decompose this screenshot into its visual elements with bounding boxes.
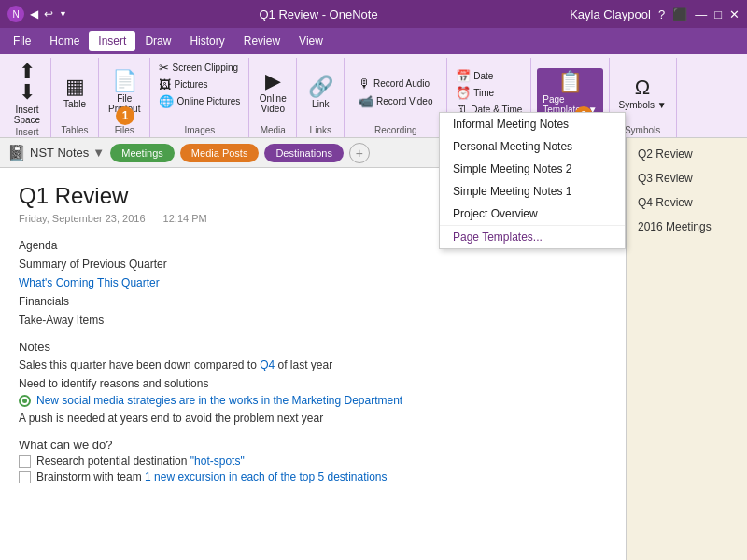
images-btn-area: ✂ Screen Clipping 🖼 Pictures 🌐 Online Pi… <box>156 60 243 125</box>
ribbon-group-recording: 🎙 Record Audio 📹 Record Video Recording <box>345 58 447 137</box>
time-label: Time <box>473 88 494 98</box>
menu-insert[interactable]: Insert <box>89 31 135 51</box>
menu-history[interactable]: History <box>180 31 233 51</box>
online-pictures-label: Online Pictures <box>176 96 240 106</box>
redo-btn[interactable]: ▼ <box>59 9 67 19</box>
symbols-icon: Ω <box>635 76 650 100</box>
screen-clipping-btn[interactable]: ✂ Screen Clipping <box>156 60 241 76</box>
notes-radio-item: New social media strategies are in the w… <box>19 394 607 407</box>
coming-quarter-link[interactable]: What's Coming This Quarter <box>19 276 160 289</box>
page-item-q2[interactable]: Q2 Review <box>627 142 747 166</box>
tab-destinations[interactable]: Destinations <box>264 144 344 162</box>
link-btn[interactable]: 🔗 Link <box>303 75 338 111</box>
page-item-2016[interactable]: 2016 Meetings <box>627 215 747 239</box>
title-bar-left: N ◀ ↩ ▼ <box>7 6 67 22</box>
maximize-btn[interactable]: □ <box>714 7 722 21</box>
symbols-label: Symbols ▼ <box>619 100 667 110</box>
date-text: Friday, September 23, 2016 <box>19 213 146 224</box>
notebook-chevron[interactable]: ▼ <box>92 146 105 160</box>
what-heading: What can we do? <box>19 438 607 452</box>
tab-add-btn[interactable]: + <box>349 143 370 163</box>
pictures-icon: 🖼 <box>159 77 171 91</box>
content-line-summary: Summary of Previous Quarter <box>19 256 607 273</box>
window-title: Q1 Review - OneNote <box>259 7 377 21</box>
main-area: Q1 Review Friday, September 23, 2016 12:… <box>0 168 747 560</box>
menu-file[interactable]: File <box>4 31 40 51</box>
hotspots-link[interactable]: "hot-spots" <box>190 455 245 468</box>
table-btn[interactable]: ▦ Table <box>57 75 92 111</box>
back-btn[interactable]: ◀ <box>30 7 38 21</box>
page-item-q4[interactable]: Q4 Review <box>627 190 747 215</box>
pictures-label: Pictures <box>174 79 207 90</box>
help-btn[interactable]: ? <box>658 7 665 21</box>
online-pictures-icon: 🌐 <box>159 94 174 108</box>
online-video-icon: ▶ <box>265 71 281 91</box>
dropdown-simple-meeting-1[interactable]: Simple Meeting Notes 1 <box>440 180 625 203</box>
onenote-icon: N <box>7 6 24 22</box>
recording-btn-area: 🎙 Record Audio 📹 Record Video <box>356 60 435 125</box>
file-icon: 📄 <box>112 71 137 91</box>
checkbox-1[interactable] <box>19 455 31 468</box>
dropdown-page-templates-link[interactable]: Page Templates... <box>440 225 625 248</box>
date-icon: 📅 <box>456 69 471 83</box>
time-btn[interactable]: ⏰ Time <box>453 85 497 101</box>
notes-line-2: Need to identify reasons and solutions <box>19 375 607 392</box>
minimize-btn[interactable]: — <box>695 7 707 21</box>
close-btn[interactable]: ✕ <box>729 7 740 21</box>
pictures-btn[interactable]: 🖼 Pictures <box>156 77 210 92</box>
online-video-label: OnlineVideo <box>260 93 287 114</box>
social-media-link[interactable]: New social media strategies are in the w… <box>36 394 402 407</box>
ribbon-group-images: ✂ Screen Clipping 🖼 Pictures 🌐 Online Pi… <box>150 58 249 137</box>
symbols-btn[interactable]: Ω Symbols ▼ <box>615 74 670 112</box>
undo-btn[interactable]: ↩ <box>44 7 53 21</box>
notebook-name-label: NST Notes <box>30 146 89 160</box>
ribbon: ⬆⬇ InsertSpace Insert ▦ Table Tables 📄 F… <box>0 54 747 138</box>
media-group-label: Media <box>261 125 286 137</box>
insert-space-label: InsertSpace <box>14 105 40 125</box>
links-group-label: Links <box>310 125 331 137</box>
checkbox-2[interactable] <box>19 471 31 483</box>
menu-view[interactable]: View <box>289 31 332 51</box>
content-line-financials: Financials <box>19 293 607 310</box>
record-audio-btn[interactable]: 🎙 Record Audio <box>356 76 432 91</box>
insert-space-btn[interactable]: ⬆⬇ InsertSpace <box>9 60 45 127</box>
dropdown-informal-meeting[interactable]: Informal Meeting Notes <box>440 113 625 135</box>
tab-meetings[interactable]: Meetings <box>110 144 175 162</box>
record-video-btn[interactable]: 📹 Record Video <box>356 93 435 109</box>
ribbon-group-tables: ▦ Table Tables <box>51 58 99 137</box>
tab-media[interactable]: Media Posts <box>180 144 260 162</box>
record-audio-label: Record Audio <box>374 78 430 89</box>
menu-home[interactable]: Home <box>40 31 89 51</box>
notes-heading: Notes <box>19 340 607 354</box>
media-btn-area: ▶ OnlineVideo <box>255 60 290 125</box>
online-video-btn[interactable]: ▶ OnlineVideo <box>255 69 290 116</box>
page-item-q3[interactable]: Q3 Review <box>627 166 747 190</box>
page-templates-dropdown: Informal Meeting Notes Personal Meeting … <box>439 112 626 249</box>
record-video-label: Record Video <box>376 96 432 106</box>
notes-section: Notes Sales this quarter have been down … <box>19 340 607 427</box>
online-pictures-btn[interactable]: 🌐 Online Pictures <box>156 93 243 109</box>
record-video-icon: 📹 <box>359 94 374 108</box>
date-btn[interactable]: 📅 Date <box>453 68 496 84</box>
ribbon-group-files: 📄 FilePrintout Files <box>99 58 150 137</box>
table-label: Table <box>63 99 86 109</box>
dropdown-simple-meeting-2[interactable]: Simple Meeting Notes 2 <box>440 158 625 180</box>
excursion-link[interactable]: 1 new excursion in each of the top 5 des… <box>145 470 388 483</box>
title-bar-right: Kayla Claypool ? ⬛ — □ ✕ <box>570 7 740 21</box>
record-audio-icon: 🎙 <box>359 77 371 91</box>
symbols-group-label: Symbols <box>625 125 660 137</box>
radio-dot <box>19 395 31 407</box>
full-screen-btn[interactable]: ⬛ <box>672 7 687 21</box>
content-line-takeway: Take-Away Items <box>19 312 607 329</box>
right-sidebar: Q2 Review Q3 Review Q4 Review 2016 Meeti… <box>626 138 747 560</box>
menu-draw[interactable]: Draw <box>135 31 180 51</box>
menu-bar: File Home Insert Draw History Review Vie… <box>0 28 747 54</box>
menu-review[interactable]: Review <box>234 31 289 51</box>
page-templates-btn[interactable]: 📋 PageTemplates ▼ <box>537 68 602 117</box>
dropdown-personal-meeting[interactable]: Personal Meeting Notes <box>440 135 625 158</box>
title-bar: N ◀ ↩ ▼ Q1 Review - OneNote Kayla Claypo… <box>0 0 747 28</box>
q4-link[interactable]: Q4 <box>260 358 275 371</box>
link-label: Link <box>312 99 329 109</box>
dropdown-project-overview[interactable]: Project Overview <box>440 203 625 225</box>
notebook-name[interactable]: 📓 NST Notes ▼ <box>7 144 105 161</box>
